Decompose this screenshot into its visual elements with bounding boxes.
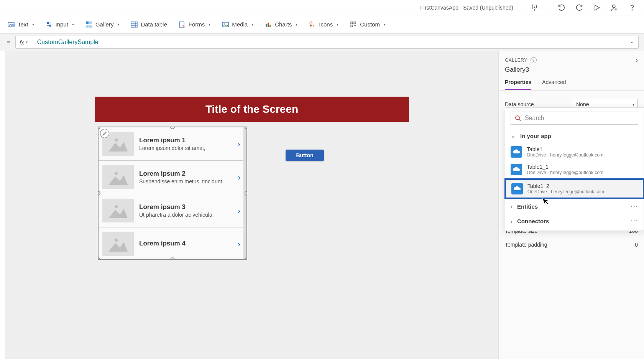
ds-group-label: Entities bbox=[517, 203, 538, 210]
ribbon-custom[interactable]: Custom ▾ bbox=[350, 21, 386, 28]
chevron-right-icon[interactable]: › bbox=[235, 240, 243, 249]
gallery-item[interactable]: Lorem ipsum 2 Suspendisse enim metus, ti… bbox=[99, 161, 246, 194]
tab-advanced[interactable]: Advanced bbox=[542, 77, 566, 90]
tab-properties[interactable]: Properties bbox=[505, 77, 531, 90]
gallery-item[interactable]: Lorem ipsum 1 Lorem ipsum dolor sit amet… bbox=[99, 127, 246, 161]
ribbon-gallery[interactable]: Gallery ▾ bbox=[85, 21, 120, 28]
ribbon-icons-label: Icons bbox=[319, 21, 333, 28]
ribbon-text[interactable]: Abc Text ▾ bbox=[8, 21, 34, 28]
chevron-down-icon: ▾ bbox=[209, 22, 210, 26]
chevron-down-icon: ▾ bbox=[117, 22, 119, 26]
svg-rect-18 bbox=[179, 22, 184, 27]
svg-point-31 bbox=[115, 138, 118, 142]
svg-point-20 bbox=[224, 23, 225, 24]
chevron-right-icon[interactable]: › bbox=[235, 140, 243, 148]
ds-group-in-your-app[interactable]: ⌄ In your app bbox=[505, 128, 644, 143]
svg-rect-22 bbox=[268, 23, 269, 27]
svg-marker-32 bbox=[108, 175, 128, 185]
gallery-item[interactable]: Lorem ipsum 3 Ut pharetra a dolor ac veh… bbox=[99, 194, 246, 227]
svg-point-0 bbox=[534, 7, 535, 7]
formula-divider bbox=[34, 38, 34, 46]
svg-point-33 bbox=[115, 172, 118, 175]
sliders-icon bbox=[46, 21, 53, 28]
redo-icon[interactable] bbox=[575, 3, 583, 12]
ds-item-sub: OneDrive - henry.legge@outlook.com bbox=[527, 170, 603, 175]
formula-text[interactable]: CustomGallerySample bbox=[37, 39, 629, 46]
svg-rect-26 bbox=[354, 22, 356, 24]
ds-item-table1[interactable]: Table1 OneDrive - henry.legge@outlook.co… bbox=[505, 143, 644, 161]
label-icon: Abc bbox=[8, 21, 15, 28]
ribbon-charts-label: Charts bbox=[275, 21, 292, 28]
gallery-item-subtitle: Ut pharetra a dolor ac vehicula. bbox=[139, 212, 230, 218]
svg-rect-13 bbox=[131, 22, 137, 27]
ds-item-name: Table1_2 bbox=[527, 183, 604, 189]
share-icon[interactable] bbox=[610, 3, 619, 12]
svg-rect-19 bbox=[222, 22, 228, 27]
property-selector-equals[interactable]: = bbox=[5, 39, 12, 46]
chevron-down-icon: ▾ bbox=[296, 22, 297, 26]
app-checker-icon[interactable] bbox=[530, 3, 539, 12]
svg-rect-25 bbox=[351, 22, 353, 24]
more-icon[interactable]: ··· bbox=[631, 203, 638, 210]
ribbon-input[interactable]: Input ▾ bbox=[46, 21, 74, 28]
ds-group-connectors[interactable]: › Connectors ··· bbox=[505, 214, 644, 228]
chevron-right-icon[interactable]: › bbox=[636, 57, 638, 64]
custom-component-icon bbox=[350, 21, 357, 28]
form-icon bbox=[179, 21, 186, 28]
chevron-down-icon: ▾ bbox=[72, 22, 74, 26]
titlebar: FirstCanvasApp - Saved (Unpublished) bbox=[0, 0, 644, 15]
ds-group-entities[interactable]: › Entities ··· bbox=[505, 199, 644, 214]
data-source-search[interactable]: Search bbox=[511, 112, 638, 125]
gallery-item-title: Lorem ipsum 1 bbox=[139, 137, 230, 144]
gallery-item-title: Lorem ipsum 4 bbox=[139, 240, 230, 247]
search-icon bbox=[515, 115, 521, 121]
svg-rect-12 bbox=[89, 25, 92, 28]
undo-icon[interactable] bbox=[557, 3, 566, 12]
formula-bar-row: = fx ▾ CustomGallerySample ▾ bbox=[0, 34, 644, 51]
formula-bar[interactable]: fx ▾ CustomGallerySample ▾ bbox=[15, 36, 639, 49]
selection-handle[interactable] bbox=[245, 191, 247, 196]
ribbon-media[interactable]: Media ▾ bbox=[222, 21, 253, 28]
gallery-control-selected[interactable]: Lorem ipsum 1 Lorem ipsum dolor sit amet… bbox=[98, 127, 247, 260]
svg-marker-34 bbox=[108, 209, 128, 218]
chevron-down-icon: ▾ bbox=[26, 40, 28, 44]
svg-point-37 bbox=[115, 239, 118, 242]
edit-template-icon[interactable] bbox=[100, 129, 109, 138]
ribbon-media-label: Media bbox=[232, 21, 248, 28]
ds-item-name: Table1_1 bbox=[527, 164, 603, 170]
formula-expand-icon[interactable]: ▾ bbox=[629, 40, 634, 44]
ribbon-icons[interactable]: Icons ▾ bbox=[309, 21, 338, 28]
svg-rect-11 bbox=[86, 25, 89, 28]
ribbon-charts[interactable]: Charts ▾ bbox=[265, 21, 297, 28]
svg-point-38 bbox=[516, 116, 519, 120]
app-title: FirstCanvasApp - Saved (Unpublished) bbox=[420, 5, 513, 11]
ds-item-table1-2-highlighted[interactable]: Table1_2 OneDrive - henry.legge@outlook.… bbox=[504, 178, 644, 199]
chevron-down-icon: ▾ bbox=[384, 22, 386, 26]
chevron-right-icon[interactable]: › bbox=[235, 173, 243, 182]
properties-panel: GALLERY ? › Gallery3 Properties Advanced… bbox=[498, 51, 644, 359]
svg-rect-9 bbox=[86, 21, 89, 24]
canvas-area[interactable]: Title of the Screen Lorem ipsum 1 Lorem … bbox=[5, 51, 498, 359]
svg-point-2 bbox=[632, 10, 632, 10]
gallery-item-title: Lorem ipsum 3 bbox=[139, 203, 230, 211]
ribbon-datatable[interactable]: Data table bbox=[131, 21, 167, 28]
play-icon[interactable] bbox=[593, 3, 601, 12]
ds-item-table1-1[interactable]: Table1_1 OneDrive - henry.legge@outlook.… bbox=[505, 161, 644, 178]
ribbon-forms[interactable]: Forms ▾ bbox=[179, 21, 211, 28]
help-icon[interactable]: ? bbox=[531, 57, 537, 63]
help-icon[interactable] bbox=[628, 3, 636, 12]
fx-button[interactable]: fx ▾ bbox=[20, 39, 31, 46]
left-rail bbox=[0, 51, 5, 359]
chevron-right-icon[interactable]: › bbox=[235, 206, 243, 215]
ds-item-sub: OneDrive - henry.legge@outlook.com bbox=[527, 152, 603, 158]
prop-value[interactable]: 0 bbox=[611, 242, 638, 248]
chart-icon bbox=[265, 21, 272, 28]
ribbon-forms-label: Forms bbox=[189, 21, 205, 28]
chevron-down-icon: ▾ bbox=[337, 22, 338, 26]
ribbon-text-label: Text bbox=[18, 21, 28, 28]
canvas-button[interactable]: Button bbox=[286, 150, 324, 161]
onedrive-icon bbox=[511, 146, 522, 158]
gallery-item[interactable]: Lorem ipsum 4 › bbox=[99, 227, 246, 260]
more-icon[interactable]: ··· bbox=[631, 217, 638, 224]
svg-text:Abc: Abc bbox=[9, 23, 15, 26]
